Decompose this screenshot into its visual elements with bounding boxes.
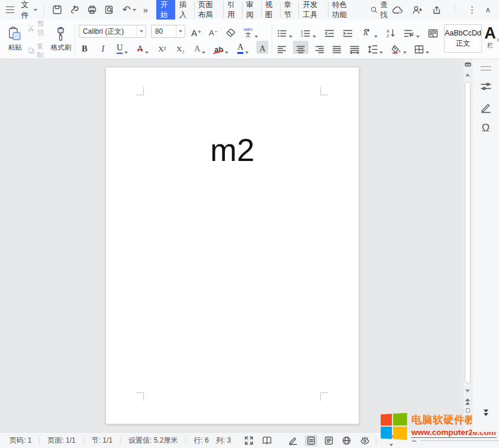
new-style-button[interactable]: A 栏 xyxy=(484,25,496,57)
copy-button[interactable]: 复制 xyxy=(28,42,47,60)
underline-button[interactable]: U xyxy=(115,41,129,54)
justify-button[interactable] xyxy=(331,41,343,54)
borders-icon xyxy=(414,45,424,54)
align-left-button[interactable] xyxy=(276,41,288,54)
ink-edit-mode-button[interactable] xyxy=(286,435,300,446)
status-setting-value[interactable]: 设置值: 5.2厘米 xyxy=(125,436,181,446)
status-column[interactable]: 列: 3 xyxy=(213,436,234,446)
more-commands-icon[interactable]: » xyxy=(143,5,148,14)
decrease-font-size-button[interactable]: A⁻ xyxy=(208,25,220,38)
outline-view-button[interactable] xyxy=(323,435,335,446)
book-icon xyxy=(262,436,272,444)
eye-protect-button[interactable] xyxy=(358,435,372,446)
decrease-indent-button[interactable] xyxy=(323,25,336,38)
fullscreen-button[interactable] xyxy=(243,435,255,446)
subscript-button[interactable]: X₂ xyxy=(175,41,186,54)
increase-font-size-button[interactable]: A⁺ xyxy=(190,25,203,38)
align-center-button[interactable] xyxy=(293,41,308,54)
distribute-icon xyxy=(349,46,360,54)
next-page-button[interactable] xyxy=(484,410,488,416)
increase-indent-button[interactable] xyxy=(342,25,354,38)
borders-button[interactable] xyxy=(413,41,430,54)
italic-button[interactable]: I xyxy=(97,41,109,54)
phonetic-guide-button[interactable]: wén 文 xyxy=(243,25,259,38)
search-button[interactable]: 查找 xyxy=(371,0,392,20)
align-right-button[interactable] xyxy=(314,41,326,54)
superscript-button[interactable]: X² xyxy=(156,41,168,54)
format-painter-button[interactable]: 格式刷 xyxy=(51,22,72,57)
invite-user-icon[interactable] xyxy=(412,5,423,15)
document-canvas[interactable]: m2 xyxy=(0,59,472,432)
save-button[interactable] xyxy=(52,5,62,15)
highlight-color-button[interactable]: ab xyxy=(213,41,230,54)
tab-home[interactable]: 开始 xyxy=(156,0,175,22)
properties-pane-button[interactable] xyxy=(480,80,492,92)
bold-button[interactable]: B xyxy=(79,41,91,54)
zoom-level-button[interactable]: 54% xyxy=(388,432,408,448)
paste-button[interactable]: 粘贴 xyxy=(6,22,24,57)
scroll-down-button[interactable] xyxy=(463,389,472,392)
file-menu-button[interactable]: 文件 xyxy=(19,0,40,21)
document-text[interactable]: m2 xyxy=(106,131,359,168)
bullet-list-button[interactable] xyxy=(276,25,294,38)
scroll-up-button[interactable] xyxy=(463,73,472,76)
paragraph-layout-button[interactable] xyxy=(403,25,421,38)
cloud-sync-icon[interactable] xyxy=(392,5,404,15)
cut-button[interactable]: 剪切 xyxy=(28,20,47,37)
tab-page-layout[interactable]: 页面布局 xyxy=(194,0,224,22)
export-pdf-icon xyxy=(69,5,80,15)
status-page-code[interactable]: 页码: 1 xyxy=(6,436,35,446)
text-effects-button[interactable]: A xyxy=(193,41,207,54)
page-view-button[interactable] xyxy=(305,435,317,446)
tab-review[interactable]: 审阅 xyxy=(242,0,261,22)
clear-formatting-button[interactable] xyxy=(224,25,238,38)
vertical-scrollbar[interactable] xyxy=(463,59,472,432)
columns-button[interactable] xyxy=(427,25,439,38)
share-icon[interactable] xyxy=(432,5,442,15)
chevron-down-icon xyxy=(403,51,407,54)
collapse-ribbon-icon[interactable]: ∧ xyxy=(485,6,491,14)
text-direction-button[interactable]: A xyxy=(360,25,379,38)
tab-developer[interactable]: 开发工具 xyxy=(298,0,328,22)
symbols-pane-button[interactable]: Ω xyxy=(482,122,490,134)
zoom-slider[interactable] xyxy=(420,440,499,441)
font-color-button[interactable]: A xyxy=(236,41,250,54)
distribute-button[interactable] xyxy=(348,41,361,54)
tab-references[interactable]: 引用 xyxy=(223,0,242,22)
print-button[interactable] xyxy=(87,5,97,15)
character-shading-button[interactable]: A xyxy=(256,41,268,54)
status-line[interactable]: 行: 6 xyxy=(190,436,212,446)
print-icon xyxy=(87,5,97,15)
export-pdf-button[interactable] xyxy=(69,5,80,15)
sort-button[interactable]: AZ xyxy=(385,25,397,38)
tab-insert[interactable]: 插入 xyxy=(175,0,194,22)
shading-button[interactable] xyxy=(389,41,408,54)
font-name-select[interactable]: Calibri (正文) xyxy=(79,25,146,38)
undo-button[interactable]: ↶ xyxy=(122,5,136,15)
numbered-list-button[interactable]: 123 xyxy=(300,25,317,38)
read-mode-button[interactable] xyxy=(260,435,273,446)
status-page[interactable]: 页面: 1/1 xyxy=(44,436,79,446)
scrollbar-thumb[interactable] xyxy=(465,82,471,383)
ruler-toggle-button[interactable] xyxy=(463,62,472,67)
strikethrough-button[interactable]: A xyxy=(136,41,149,54)
line-spacing-button[interactable] xyxy=(366,41,384,54)
style-normal[interactable]: AaBbCcDd 正文 xyxy=(444,24,482,53)
task-pane-toggle-button[interactable] xyxy=(481,66,491,70)
print-preview-button[interactable] xyxy=(104,5,115,15)
status-section[interactable]: 节: 1/1 xyxy=(88,436,116,446)
hamburger-menu-icon[interactable] xyxy=(6,7,14,13)
tab-special-features[interactable]: 特色功能 xyxy=(328,0,358,22)
document-page[interactable]: m2 xyxy=(105,67,359,424)
increase-font-icon: A⁺ xyxy=(191,28,202,38)
web-view-button[interactable] xyxy=(340,435,353,446)
style-gallery-scroll-icon[interactable]: › xyxy=(497,36,499,44)
zoom-out-button[interactable]: − xyxy=(411,436,417,445)
tab-section[interactable]: 章节 xyxy=(280,0,299,22)
select-browse-object-button[interactable] xyxy=(463,408,472,412)
tab-view[interactable]: 视图 xyxy=(261,0,280,22)
ink-annotation-button[interactable] xyxy=(480,102,492,114)
previous-page-button[interactable] xyxy=(463,398,472,405)
more-menu-icon[interactable]: ⋮ xyxy=(468,5,477,15)
font-size-select[interactable]: 80 xyxy=(151,25,185,38)
